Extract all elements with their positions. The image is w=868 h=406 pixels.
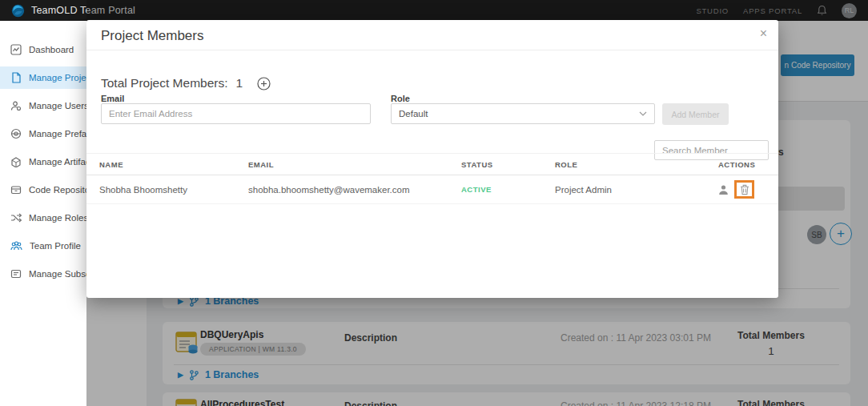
member-role: Project Admin xyxy=(555,185,718,195)
table-row: Shobha Bhoomshetty shobha.bhoomshetty@wa… xyxy=(86,175,778,204)
roles-icon xyxy=(10,212,22,223)
code-repository-icon xyxy=(10,184,22,195)
sidebar-item-label: Team Profile xyxy=(30,241,81,251)
header-name: NAME xyxy=(99,160,248,169)
member-email: shobha.bhoomshetty@wavemaker.com xyxy=(248,185,461,195)
add-member-button[interactable]: Add Member xyxy=(662,103,729,125)
sidebar-item-label: Manage Users xyxy=(29,101,89,111)
member-status-badge: ACTIVE xyxy=(461,185,555,194)
artifacts-icon xyxy=(10,156,22,167)
role-label: Role xyxy=(391,94,410,103)
header-role: ROLE xyxy=(555,160,718,169)
dashboard-icon xyxy=(10,44,22,55)
subscription-icon xyxy=(10,268,22,279)
modal-header: Project Members × xyxy=(86,20,778,50)
add-circle-icon[interactable] xyxy=(257,77,271,90)
change-owner-icon[interactable] xyxy=(718,184,729,195)
total-members-text: Total Project Members: xyxy=(101,76,228,90)
delete-member-highlight-box[interactable] xyxy=(734,180,754,199)
prefabs-icon xyxy=(10,128,22,139)
total-project-members: Total Project Members: 1 xyxy=(101,76,271,90)
sidebar-item-label: Manage Roles xyxy=(29,213,88,223)
email-label: Email xyxy=(101,94,124,103)
projects-icon xyxy=(10,72,22,83)
actions-cell xyxy=(718,180,778,199)
header-email: EMAIL xyxy=(248,160,461,169)
members-table: NAME EMAIL STATUS ROLE ACTIONS Shobha Bh… xyxy=(86,153,778,204)
project-members-modal: Project Members × Total Project Members:… xyxy=(86,20,778,298)
member-name: Shobha Bhoomshetty xyxy=(99,185,248,195)
delete-icon[interactable] xyxy=(740,184,749,195)
close-icon[interactable]: × xyxy=(760,26,767,41)
team-profile-icon xyxy=(10,240,22,251)
role-selected-value: Default xyxy=(399,109,428,119)
users-icon xyxy=(10,100,22,111)
header-status: STATUS xyxy=(461,160,555,169)
wavemaker-logo-icon xyxy=(11,4,25,18)
total-members-count: 1 xyxy=(236,76,243,90)
role-select[interactable]: Default xyxy=(391,103,655,124)
table-header-row: NAME EMAIL STATUS ROLE ACTIONS xyxy=(86,153,778,175)
email-input[interactable] xyxy=(101,103,371,124)
header-actions: ACTIONS xyxy=(718,160,778,169)
modal-title: Project Members xyxy=(101,28,203,44)
sidebar-item-label: Dashboard xyxy=(29,45,74,54)
app-screen: TeamOLD Team Portal STUDIO APPS PORTAL R… xyxy=(0,0,868,406)
chevron-down-icon xyxy=(639,111,647,116)
